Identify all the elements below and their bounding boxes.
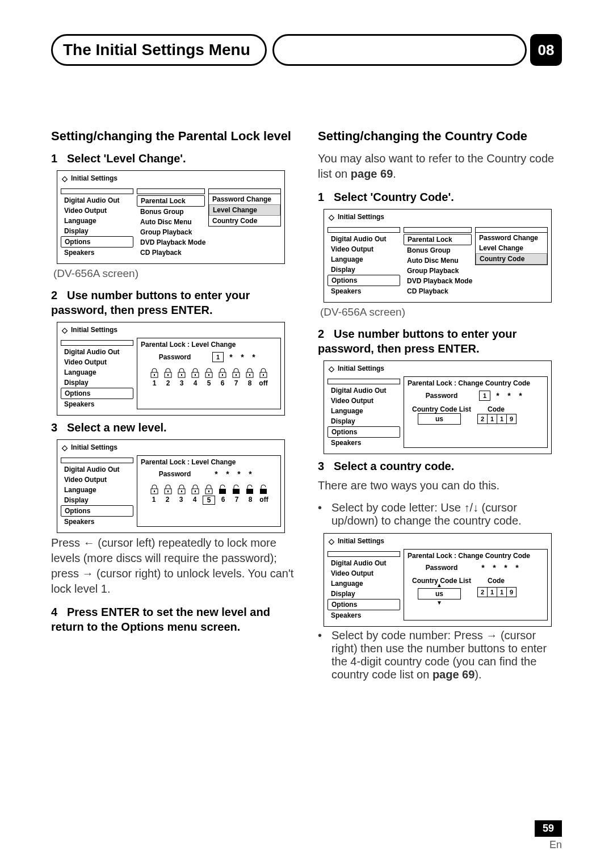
lock-closed-icon [162, 483, 174, 494]
svg-rect-29 [233, 489, 240, 494]
right-step-1: 1Select 'Country Code'. [318, 190, 562, 204]
page-number-badge: 59 [535, 820, 562, 837]
chapter-number: 08 [538, 41, 555, 59]
osd-left-item-selected: Options [61, 236, 133, 248]
osd-mid-item: Auto Disc Menu [137, 217, 205, 227]
right-bullet-2: • Select by code number: Press → (cursor… [318, 629, 562, 681]
osd-left-list: Digital Audio Out Video Output Language … [61, 194, 133, 258]
osd-right-list: Password Change Level Change Country Cod… [208, 194, 281, 227]
lock-closed-icon [217, 367, 228, 378]
lock-closed-icon [190, 367, 201, 378]
right-step3-sub: There are two ways you can do this. [318, 478, 562, 493]
lock-open-icon [230, 483, 242, 494]
osd-country-code-menu: ◇Initial Settings Digital Audio Out Vide… [324, 209, 552, 303]
osd-country-code-password: ◇Initial Settings Digital Audio Out Vide… [324, 360, 552, 454]
osd-country-code-select: ◇Initial Settings Digital Audio Out Vide… [324, 533, 552, 627]
lock-closed-icon [203, 367, 215, 378]
svg-rect-9 [208, 374, 209, 376]
chapter-number-badge: 08 [530, 34, 562, 66]
disc-icon: ◇ [329, 537, 334, 546]
pwd-digit: 1 [479, 391, 490, 401]
lock-closed-icon [176, 367, 187, 378]
osd-right-item-highlight: Country Code [476, 253, 547, 265]
disc-icon: ◇ [62, 443, 68, 452]
code-digits: 2 1 1 9 [478, 414, 517, 424]
svg-rect-1 [154, 374, 155, 376]
lock-closed-icon [149, 367, 160, 378]
svg-rect-19 [154, 490, 155, 492]
osd-level-change-select: ◇Initial Settings Digital Audio Out Vide… [57, 439, 285, 533]
svg-rect-30 [246, 489, 253, 494]
osd-left-item: Language [61, 216, 133, 226]
svg-rect-28 [219, 489, 226, 494]
svg-rect-5 [181, 374, 182, 376]
lock-closed-icon [244, 367, 255, 378]
osd-left-item: Video Output [61, 206, 133, 216]
lock-closed-icon [162, 367, 174, 378]
lock-open-icon [244, 483, 255, 494]
osd-right-item-highlight: Level Change [209, 204, 280, 216]
left-step-1: 1Select 'Level Change'. [51, 151, 295, 166]
svg-rect-3 [167, 374, 169, 376]
osd-header-text: Initial Settings [71, 174, 117, 182]
osd-mid-item: DVD Playback Mode [137, 237, 205, 248]
lock-open-icon [217, 483, 228, 494]
svg-rect-17 [263, 374, 264, 376]
svg-rect-31 [260, 489, 267, 494]
password-row: Password 1 * * * [141, 352, 277, 362]
osd-header: ◇ Initial Settings [57, 171, 284, 186]
right-bullet-1: • Select by code letter: Use ↑/↓ (cursor… [318, 501, 562, 527]
page-footer: 59 En [535, 820, 562, 851]
osd-right-item: Country Code [209, 216, 280, 226]
osd-mid-item: Bonus Group [137, 207, 205, 217]
osd-right-item: Password Change [209, 194, 280, 204]
osd-mid-item-selected: Parental Lock [137, 195, 205, 207]
right-step-3: 3Select a country code. [318, 459, 562, 473]
pwd-mask-dot: * [227, 353, 235, 362]
level-number-row: 1 2 3 4 5 6 7 8 off [141, 379, 277, 387]
osd-level-change-menu: ◇ Initial Settings Digital Audio Out Vid… [57, 170, 285, 264]
disc-icon: ◇ [62, 174, 68, 183]
osd-mid-item: Group Playback [137, 227, 205, 237]
svg-rect-23 [181, 490, 182, 492]
header-connector-pill [272, 34, 527, 66]
lock-closed-icon [176, 483, 187, 494]
svg-rect-21 [167, 490, 169, 492]
lock-closed-icon [230, 367, 242, 378]
pwd-digit: 1 [212, 352, 224, 362]
right-section-heading: Setting/changing the Country Code [318, 128, 562, 144]
page-header: The Initial Settings Menu 08 [51, 34, 562, 66]
selected-level: 5 [203, 496, 215, 505]
svg-rect-25 [195, 490, 196, 492]
right-intro: You may also want to refer to the Countr… [318, 151, 562, 182]
cc-value: us [418, 413, 461, 425]
lock-closed-icon [203, 483, 215, 494]
right-column: Setting/changing the Country Code You ma… [318, 128, 562, 687]
lock-closed-icon [258, 367, 269, 378]
left-section-heading: Setting/changing the Parental Lock level [51, 128, 295, 144]
disc-icon: ◇ [329, 213, 334, 221]
left-step-2: 2Use number buttons to enter your passwo… [51, 288, 295, 317]
arrow-down-icon: ▼ [436, 599, 442, 606]
lock-icons-row-b [141, 483, 277, 494]
pane-title: Parental Lock : Level Change [141, 341, 277, 349]
osd1-caption: (DV-656A screen) [53, 267, 295, 280]
chapter-title: The Initial Settings Menu [63, 41, 250, 59]
osd-left-item: Display [61, 226, 133, 236]
left-step-4: 4Press ENTER to set the new level and re… [51, 605, 295, 634]
disc-icon: ◇ [329, 364, 334, 373]
disc-icon: ◇ [62, 326, 68, 334]
svg-rect-27 [208, 490, 209, 492]
right-step-2: 2Use number buttons to enter your passwo… [318, 326, 562, 356]
cc-list-row: Country Code List Code [408, 405, 544, 413]
svg-rect-13 [236, 374, 237, 376]
osd-level-change-password: ◇Initial Settings Digital Audio Out Vide… [57, 322, 285, 416]
left-column: Setting/changing the Parental Lock level… [51, 128, 295, 687]
osd-mid-item: CD Playback [137, 248, 205, 258]
lock-closed-icon [190, 483, 201, 494]
svg-rect-15 [249, 374, 250, 376]
left-para-after3: Press ← (cursor left) repeatedly to lock… [51, 535, 295, 597]
arrow-up-icon: ▲ [436, 582, 442, 588]
osd-level-pane: Parental Lock : Level Change Password 1 … [137, 338, 281, 409]
lock-icons-row [141, 367, 277, 378]
